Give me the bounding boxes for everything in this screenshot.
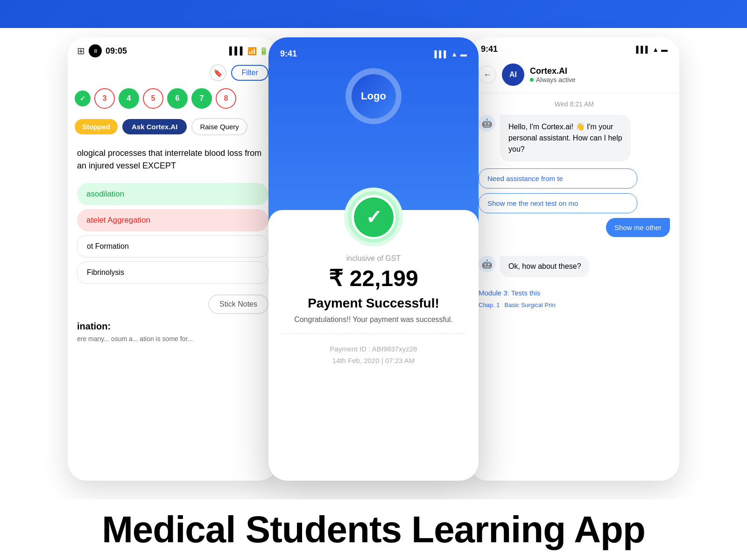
battery-icon: 🔋	[259, 47, 268, 56]
ai-status-label: Always active	[536, 76, 576, 84]
module-nav: Chap. 1 Basic Surgical Prin	[479, 301, 670, 308]
info-section: ination: ere many... osum a... ation is …	[68, 321, 278, 344]
action-buttons: Stopped Ask Cortex.AI Raise Query	[68, 113, 278, 140]
q-num-7[interactable]: 7	[191, 88, 212, 109]
filter-button[interactable]: Filter	[231, 65, 268, 81]
chat-body: Wed 8:21 AM 🤖 Hello, I'm Cortex.ai! 👋 I'…	[469, 93, 679, 251]
success-icon-wrap: ✓	[348, 191, 399, 243]
ai-info: Cortex.AI Always active	[530, 66, 670, 84]
pause-icon: ⏸	[89, 44, 102, 57]
p3-time: 9:41	[481, 44, 498, 54]
q-num-5[interactable]: 5	[143, 88, 163, 109]
ai-status: Always active	[530, 76, 670, 84]
success-circle: ✓	[348, 191, 399, 243]
suggestion-2[interactable]: Show me the next test on mo	[479, 193, 637, 213]
gst-label: inclusive of GST	[346, 254, 401, 263]
question-text: ological processes that interrelate bloo…	[68, 140, 278, 179]
chat-timestamp: Wed 8:21 AM	[479, 100, 670, 108]
bot-avatar-2: 🤖	[479, 256, 495, 273]
checkmark-icon: ✓	[366, 206, 382, 229]
status-bar-2: 9:41 ▌▌▌ ▲ ▬	[268, 49, 479, 68]
back-button[interactable]: ←	[479, 66, 496, 84]
q-num-3[interactable]: 3	[94, 88, 115, 109]
check-circle: ✓	[354, 197, 394, 237]
payment-success-desc: Congratulations!! Your payment was succe…	[294, 315, 453, 324]
signal-icons: ▌▌▌ 📶 🔋	[229, 47, 268, 56]
top-banner	[0, 0, 747, 28]
status-bar-3: 9:41 ▌▌▌ ▲ ▬	[469, 37, 679, 59]
payment-details: Payment ID : ABI9837xyz28 14th Feb, 2020…	[282, 333, 465, 366]
info-text: ere many... osum a... ation is some for.…	[77, 334, 268, 344]
grid-icon: ⊞	[77, 45, 85, 56]
ai-avatar: AI	[502, 63, 524, 86]
user-msg-bubble: Show me other	[606, 218, 670, 237]
payment-id: Payment ID : ABI9837xyz28	[282, 343, 465, 355]
chat-header: ← AI Cortex.AI Always active	[469, 59, 679, 93]
info-label: ination:	[77, 321, 268, 334]
module-link[interactable]: Module 3: Tests this	[479, 289, 670, 297]
p3-wifi: ▲	[652, 46, 659, 53]
greeting-bubble: Hello, I'm Cortex.ai! 👋 I'm your persona…	[500, 115, 631, 161]
p2-icons: ▌▌▌ ▲ ▬	[434, 50, 467, 58]
phone-quiz: ⊞ ⏸ 09:05 ▌▌▌ 📶 🔋 🔖 Filter	[68, 37, 278, 481]
status-dot	[530, 78, 534, 82]
q-num-active[interactable]: ✓	[75, 91, 91, 106]
p2-signal: ▌▌▌	[434, 50, 448, 58]
p2-wifi: ▲	[451, 50, 458, 58]
payment-success-title: Payment Successful!	[308, 296, 439, 311]
time-display: 09:05	[106, 46, 127, 56]
amount-display: ₹ 22,199	[329, 265, 418, 291]
quiz-toolbar: 🔖 Filter	[68, 62, 278, 84]
wifi-icon: 📶	[247, 47, 257, 56]
payment-card: ✓ inclusive of GST ₹ 22,199 Payment Succ…	[268, 210, 479, 380]
p3-signal: ▌▌▌	[636, 46, 650, 53]
q-num-6[interactable]: 6	[167, 88, 188, 109]
p2-battery: ▬	[460, 50, 467, 58]
answer-option-3[interactable]: ot Formation	[77, 235, 268, 258]
suggestion-1[interactable]: Need assistance from te	[479, 168, 637, 189]
main-title: Medical Students Learning App	[102, 508, 645, 551]
stopped-badge: Stopped	[75, 119, 118, 134]
q-num-8[interactable]: 8	[216, 88, 236, 109]
bot-avatar: 🤖	[479, 115, 495, 132]
ai-name: Cortex.AI	[530, 66, 670, 76]
chap-label: Chap. 1	[479, 301, 500, 308]
phone-chat: 9:41 ▌▌▌ ▲ ▬ ← AI Cortex.AI Always activ…	[469, 37, 679, 481]
answer-option-4[interactable]: Fibrinolysis	[77, 261, 268, 284]
phone-payment: 9:41 ▌▌▌ ▲ ▬ Logo	[268, 37, 479, 481]
response-bubble: Ok, how about these?	[500, 256, 590, 277]
payment-date: 14th Feb, 2020 | 07:23 AM	[282, 355, 465, 366]
answer-option-1[interactable]: asodilation	[77, 183, 268, 205]
stick-notes-area: Stick Notes	[68, 287, 278, 321]
ask-cortex-button[interactable]: Ask Cortex.AI	[122, 119, 187, 134]
phones-container: ⊞ ⏸ 09:05 ▌▌▌ 📶 🔋 🔖 Filter	[0, 28, 747, 560]
chap-name: Basic Surgical Prin	[505, 301, 556, 308]
answer-option-2[interactable]: atelet Aggregation	[77, 209, 268, 231]
status-bar-1: ⊞ ⏸ 09:05 ▌▌▌ 📶 🔋	[68, 37, 278, 62]
raise-query-button[interactable]: Raise Query	[191, 118, 247, 135]
user-msg-row: Show me other	[479, 218, 670, 237]
question-numbers: ✓ 3 4 5 6 7 8	[68, 84, 278, 113]
bookmark-button[interactable]: 🔖	[210, 64, 226, 81]
response-row: 🤖 Ok, how about these?	[479, 256, 670, 284]
logo-label: Logo	[361, 90, 386, 102]
greeting-row: 🤖 Hello, I'm Cortex.ai! 👋 I'm your perso…	[479, 115, 670, 161]
main-area: ⊞ ⏸ 09:05 ▌▌▌ 📶 🔋 🔖 Filter	[0, 28, 747, 560]
p3-battery: ▬	[661, 46, 668, 53]
signal-icon: ▌▌▌	[229, 47, 245, 55]
chat-bottom: 🤖 Ok, how about these? Module 3: Tests t…	[469, 251, 679, 313]
suggestion-1-row: Need assistance from te	[479, 168, 670, 189]
logo-circle: Logo	[345, 68, 402, 124]
p3-icons: ▌▌▌ ▲ ▬	[636, 46, 668, 53]
status-left: ⊞ ⏸ 09:05	[77, 44, 127, 57]
q-num-4[interactable]: 4	[119, 88, 139, 109]
logo-inner: Logo	[352, 74, 396, 119]
bottom-title-bar: Medical Students Learning App	[0, 499, 747, 560]
stick-notes-button[interactable]: Stick Notes	[208, 294, 268, 314]
suggestion-2-row: Show me the next test on mo	[479, 193, 670, 213]
p2-time: 9:41	[280, 49, 297, 59]
